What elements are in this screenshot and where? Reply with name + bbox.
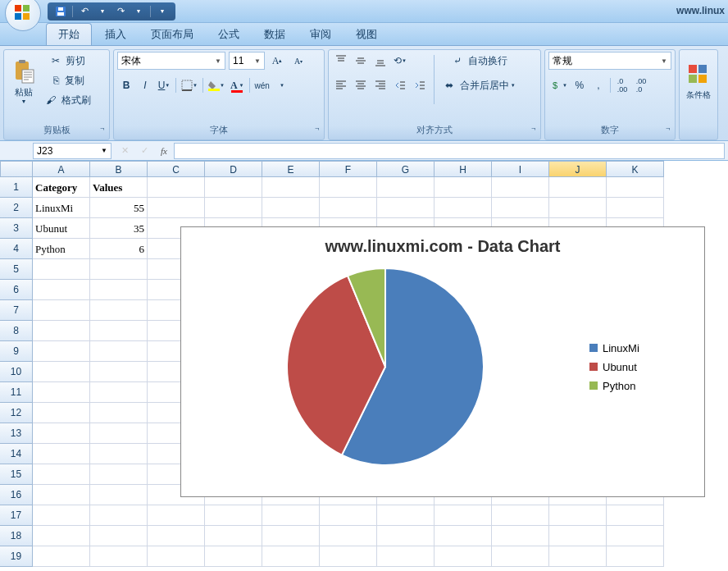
cell-A7[interactable] — [33, 300, 90, 321]
undo-icon[interactable]: ↶ — [78, 5, 91, 18]
align-middle-button[interactable] — [352, 52, 370, 70]
cell-A14[interactable] — [33, 444, 90, 464]
row-header-13[interactable]: 13 — [0, 423, 33, 444]
cell-G2[interactable] — [377, 198, 435, 218]
row-header-17[interactable]: 17 — [0, 505, 33, 526]
cell-D2[interactable] — [205, 198, 262, 218]
font-color-button[interactable]: A▼ — [228, 76, 247, 94]
cell-I19[interactable] — [492, 546, 549, 567]
col-header-C[interactable]: C — [148, 161, 205, 177]
col-header-G[interactable]: G — [377, 161, 435, 177]
insert-function-button[interactable]: fx — [154, 143, 174, 159]
row-header-5[interactable]: 5 — [0, 259, 33, 280]
cell-B11[interactable] — [90, 382, 148, 403]
cell-C19[interactable] — [148, 546, 205, 567]
cell-G1[interactable] — [377, 177, 435, 198]
copy-button[interactable]: ⎘ 复制 — [43, 71, 93, 89]
col-header-F[interactable]: F — [320, 161, 377, 177]
conditional-formatting-button[interactable]: 条件格 — [683, 52, 714, 111]
formula-input[interactable] — [174, 143, 725, 159]
fill-color-button[interactable]: ▼ — [206, 76, 227, 94]
row-header-16[interactable]: 16 — [0, 485, 33, 505]
row-header-14[interactable]: 14 — [0, 444, 33, 464]
align-bottom-button[interactable] — [371, 52, 389, 70]
cell-D17[interactable] — [205, 505, 262, 526]
cell-A8[interactable] — [33, 321, 90, 341]
redo-icon[interactable]: ↷ — [114, 5, 127, 18]
cell-F18[interactable] — [320, 526, 377, 546]
cell-I18[interactable] — [492, 526, 549, 546]
cell-B14[interactable] — [90, 444, 148, 464]
row-header-2[interactable]: 2 — [0, 198, 33, 218]
border-button[interactable]: ▼ — [179, 76, 200, 94]
cell-B12[interactable] — [90, 403, 148, 423]
col-header-E[interactable]: E — [262, 161, 320, 177]
row-header-6[interactable]: 6 — [0, 280, 33, 300]
cell-I2[interactable] — [492, 198, 549, 218]
cell-A3[interactable]: Ubunut — [33, 218, 90, 239]
redo-dropdown-icon[interactable]: ▼ — [132, 5, 145, 18]
cell-K2[interactable] — [607, 198, 664, 218]
cell-G17[interactable] — [377, 505, 435, 526]
format-painter-button[interactable]: 🖌 格式刷 — [43, 91, 93, 109]
cell-C1[interactable] — [148, 177, 205, 198]
increase-decimal-button[interactable]: .0.00 — [613, 76, 631, 94]
cell-C18[interactable] — [148, 526, 205, 546]
cell-B7[interactable] — [90, 300, 148, 321]
cell-I17[interactable] — [492, 505, 549, 526]
cell-A10[interactable] — [33, 362, 90, 382]
increase-indent-button[interactable] — [411, 76, 429, 94]
cell-B17[interactable] — [90, 505, 148, 526]
cell-A13[interactable] — [33, 423, 90, 444]
italic-button[interactable]: I — [136, 76, 154, 94]
cell-A18[interactable] — [33, 526, 90, 546]
align-left-button[interactable] — [332, 76, 350, 94]
save-icon[interactable] — [54, 5, 67, 18]
cell-A17[interactable] — [33, 505, 90, 526]
cell-E1[interactable] — [262, 177, 320, 198]
tab-开始[interactable]: 开始 — [46, 23, 92, 45]
orientation-button[interactable]: ⟲▼ — [391, 52, 409, 70]
col-header-I[interactable]: I — [492, 161, 549, 177]
number-format-combo[interactable]: 常规▼ — [548, 52, 671, 70]
cell-F17[interactable] — [320, 505, 377, 526]
cell-H19[interactable] — [435, 546, 492, 567]
row-header-18[interactable]: 18 — [0, 526, 33, 546]
cell-B16[interactable] — [90, 485, 148, 505]
cut-button[interactable]: ✂ 剪切 — [43, 52, 93, 70]
cell-B19[interactable] — [90, 546, 148, 567]
cell-B6[interactable] — [90, 280, 148, 300]
cell-K1[interactable] — [607, 177, 664, 198]
cell-A1[interactable]: Category — [33, 177, 90, 198]
col-header-J[interactable]: J — [549, 161, 607, 177]
name-box[interactable]: J23▼ — [33, 143, 111, 159]
row-header-8[interactable]: 8 — [0, 321, 33, 341]
decrease-decimal-button[interactable]: .00.0 — [632, 76, 650, 94]
select-all-corner[interactable] — [0, 161, 33, 177]
accounting-format-button[interactable]: $▼ — [548, 76, 570, 94]
tab-页面布局[interactable]: 页面布局 — [139, 24, 205, 45]
increase-font-button[interactable]: A▴ — [268, 52, 286, 70]
cell-A4[interactable]: Python — [33, 239, 90, 259]
col-header-K[interactable]: K — [607, 161, 664, 177]
tab-审阅[interactable]: 审阅 — [298, 24, 343, 45]
tab-插入[interactable]: 插入 — [93, 24, 138, 45]
row-header-12[interactable]: 12 — [0, 403, 33, 423]
row-header-4[interactable]: 4 — [0, 239, 33, 259]
cell-A15[interactable] — [33, 464, 90, 485]
cell-F2[interactable] — [320, 198, 377, 218]
cell-A19[interactable] — [33, 546, 90, 567]
cell-H1[interactable] — [435, 177, 492, 198]
enter-formula-icon[interactable]: ✓ — [134, 143, 154, 159]
comma-button[interactable]: , — [589, 76, 607, 94]
merge-center-button[interactable]: ⬌ 合并后居中▼ — [439, 76, 521, 94]
cell-B10[interactable] — [90, 362, 148, 382]
bold-button[interactable]: B — [117, 76, 135, 94]
col-header-D[interactable]: D — [205, 161, 262, 177]
row-header-15[interactable]: 15 — [0, 464, 33, 485]
align-top-button[interactable] — [332, 52, 350, 70]
cell-B1[interactable]: Values — [90, 177, 148, 198]
cell-G19[interactable] — [377, 546, 435, 567]
cell-B5[interactable] — [90, 259, 148, 280]
row-header-19[interactable]: 19 — [0, 546, 33, 567]
